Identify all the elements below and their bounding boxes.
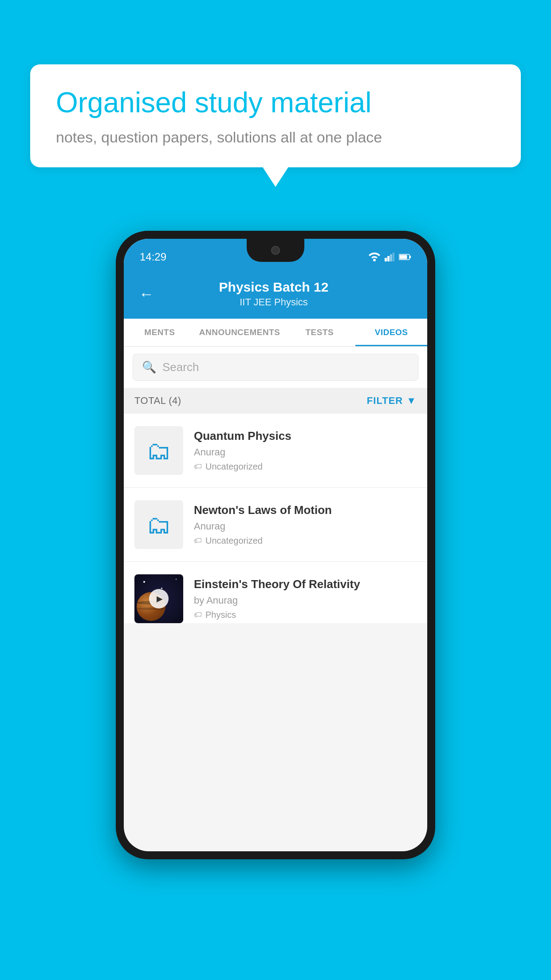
tag-icon-2: 🏷 xyxy=(194,536,202,545)
speech-bubble: Organised study material notes, question… xyxy=(30,64,521,167)
video-list: 🗂 Quantum Physics Anurag 🏷 Uncategorized xyxy=(124,414,427,623)
svg-rect-3 xyxy=(390,254,392,261)
video-title-3: Einstein's Theory Of Relativity xyxy=(194,577,417,591)
video-info-2: Newton's Laws of Motion Anurag 🏷 Uncateg… xyxy=(194,503,417,546)
search-input[interactable]: Search xyxy=(162,360,199,374)
signal-icon xyxy=(385,253,394,261)
list-item[interactable]: 🗂 Quantum Physics Anurag 🏷 Uncategorized xyxy=(124,414,427,488)
app-header: ← Physics Batch 12 IIT JEE Physics xyxy=(124,271,427,319)
bubble-title: Organised study material xyxy=(56,86,495,120)
wifi-icon xyxy=(369,253,380,261)
video-author-1: Anurag xyxy=(194,447,417,458)
video-info-3: Einstein's Theory Of Relativity by Anura… xyxy=(194,577,417,620)
svg-rect-7 xyxy=(400,255,407,259)
battery-icon xyxy=(399,253,411,261)
svg-point-0 xyxy=(373,259,376,261)
back-button[interactable]: ← xyxy=(137,284,156,304)
video-tag-3: 🏷 Physics xyxy=(194,610,417,620)
search-bar[interactable]: 🔍 Search xyxy=(133,354,418,381)
search-container: 🔍 Search xyxy=(124,347,427,388)
tag-icon-3: 🏷 xyxy=(194,610,202,620)
phone-wrapper: 14:29 xyxy=(116,231,435,859)
total-count: TOTAL (4) xyxy=(134,395,181,407)
list-item[interactable]: 🗂 Newton's Laws of Motion Anurag 🏷 Uncat… xyxy=(124,488,427,562)
video-title-2: Newton's Laws of Motion xyxy=(194,503,417,517)
star xyxy=(176,579,177,580)
video-thumbnail-2: 🗂 xyxy=(134,500,183,549)
svg-rect-4 xyxy=(393,253,394,261)
video-tag-2: 🏷 Uncategorized xyxy=(194,536,417,546)
file-icon: 🗂 xyxy=(146,510,171,539)
svg-rect-2 xyxy=(387,256,390,261)
play-icon: ▶ xyxy=(157,594,163,604)
svg-rect-6 xyxy=(409,256,411,258)
video-thumbnail-3: ▶ xyxy=(134,574,183,623)
camera xyxy=(271,246,280,255)
bubble-subtitle: notes, question papers, solutions all at… xyxy=(56,129,495,146)
video-author-2: Anurag xyxy=(194,521,417,532)
tab-bar: MENTS ANNOUNCEMENTS TESTS VIDEOS xyxy=(124,319,427,347)
tab-announcements[interactable]: ANNOUNCEMENTS xyxy=(196,319,284,346)
file-icon: 🗂 xyxy=(146,436,171,465)
tag-icon-1: 🏷 xyxy=(194,462,202,471)
video-author-3: by Anurag xyxy=(194,595,417,606)
phone-notch xyxy=(247,239,304,262)
video-info-1: Quantum Physics Anurag 🏷 Uncategorized xyxy=(194,429,417,472)
video-thumbnail-1: 🗂 xyxy=(134,426,183,475)
status-time: 14:29 xyxy=(140,251,166,263)
status-icons xyxy=(369,253,411,261)
star xyxy=(143,581,145,583)
header-subtitle: IIT JEE Physics xyxy=(165,296,383,308)
tab-ments[interactable]: MENTS xyxy=(124,319,196,346)
tab-tests[interactable]: TESTS xyxy=(284,319,356,346)
video-tag-1: 🏷 Uncategorized xyxy=(194,462,417,472)
phone-device: 14:29 xyxy=(116,231,435,859)
play-button[interactable]: ▶ xyxy=(149,589,169,609)
header-title-area: Physics Batch 12 IIT JEE Physics xyxy=(165,280,383,308)
speech-bubble-container: Organised study material notes, question… xyxy=(30,64,521,167)
filter-button[interactable]: FILTER ▼ xyxy=(367,395,417,407)
header-title: Physics Batch 12 xyxy=(165,280,383,295)
video-title-1: Quantum Physics xyxy=(194,429,417,443)
star xyxy=(161,588,162,589)
phone-screen: 14:29 xyxy=(124,239,427,851)
filter-bar: TOTAL (4) FILTER ▼ xyxy=(124,388,427,414)
tab-videos[interactable]: VIDEOS xyxy=(355,319,427,346)
list-item[interactable]: ▶ Einstein's Theory Of Relativity by Anu… xyxy=(124,562,427,623)
filter-icon: ▼ xyxy=(406,395,417,407)
search-icon: 🔍 xyxy=(142,360,156,374)
svg-rect-1 xyxy=(385,258,387,261)
